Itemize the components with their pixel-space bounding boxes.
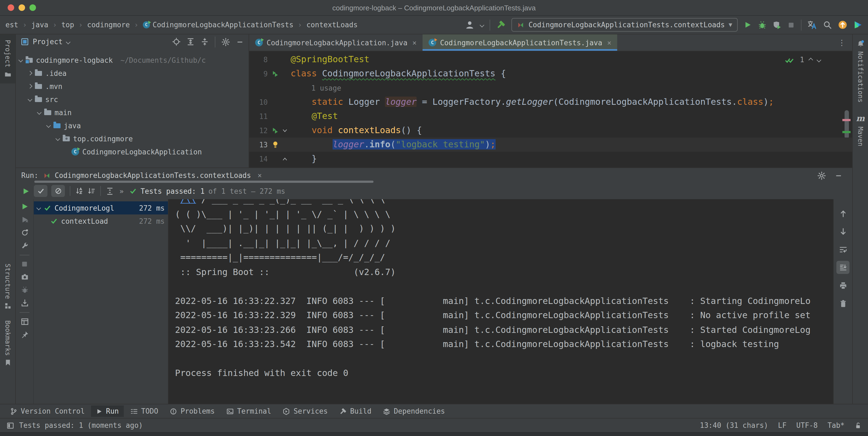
- next-occurrence-button[interactable]: [836, 225, 849, 238]
- project-tree-item[interactable]: main: [16, 106, 249, 119]
- close-run-tab-icon[interactable]: ×: [258, 171, 262, 179]
- show-passed-toggle[interactable]: [34, 185, 48, 197]
- tree-chevron-icon[interactable]: [56, 137, 60, 141]
- toggle-auto-test-button[interactable]: [21, 229, 29, 237]
- run-test-gutter-icon[interactable]: [270, 70, 281, 77]
- breadcrumb-item[interactable]: est: [5, 21, 18, 29]
- project-tree-item[interactable]: java: [16, 119, 249, 132]
- minimize-run-panel-button[interactable]: [835, 172, 842, 179]
- tool-window-button-run[interactable]: Run: [91, 405, 124, 417]
- fold-marker-icon[interactable]: [281, 156, 288, 162]
- tree-chevron-icon[interactable]: [28, 71, 32, 76]
- project-tree-item[interactable]: .idea: [16, 66, 249, 80]
- run-test-gutter-icon[interactable]: [270, 127, 281, 134]
- tree-chevron-icon[interactable]: [46, 123, 51, 128]
- usages-hint[interactable]: 1 usage: [311, 84, 341, 92]
- tree-chevron-icon[interactable]: [19, 58, 23, 62]
- chevrons-right-icon[interactable]: »: [119, 187, 124, 195]
- close-window-button[interactable]: [8, 4, 14, 11]
- expand-collapse-all-button[interactable]: [106, 187, 114, 195]
- test-tree-item[interactable]: CodingmoreLogl272 ms: [34, 201, 168, 214]
- status-message[interactable]: Tests passed: 1 (moments ago): [19, 421, 143, 430]
- breadcrumb-item[interactable]: top: [61, 21, 74, 29]
- code-line[interactable]: 13 logger.info("logback testing");: [249, 138, 852, 152]
- ide-update-button[interactable]: [838, 20, 847, 29]
- user-menu-chevron-icon[interactable]: [480, 23, 485, 27]
- rerun-button[interactable]: [21, 202, 29, 211]
- pin-tab-button[interactable]: [21, 331, 29, 339]
- test-tree-item[interactable]: contextLoad272 ms: [34, 214, 168, 228]
- tab-codingmore-logback-application[interactable]: C CodingmoreLogbackApplication.java ×: [249, 34, 423, 51]
- file-encoding[interactable]: UTF-8: [796, 421, 817, 430]
- code-line[interactable]: 8@SpringBootTest: [249, 52, 852, 66]
- project-options-gear-button[interactable]: [221, 37, 230, 46]
- translate-button[interactable]: [807, 20, 817, 29]
- stripe-structure-button[interactable]: Structure: [4, 258, 11, 315]
- close-tab-icon[interactable]: ×: [412, 38, 417, 47]
- project-tree-item[interactable]: .mvn: [16, 80, 249, 93]
- project-tree-item[interactable]: top.codingmore: [16, 132, 249, 145]
- code-line[interactable]: 10 static Logger logger = LoggerFactory.…: [249, 95, 852, 109]
- code-editor[interactable]: 1 8@SpringBootTest9class CodingmoreLogba…: [249, 51, 852, 168]
- tool-window-button-problems[interactable]: Problems: [165, 405, 219, 417]
- scroll-to-end-button[interactable]: [836, 261, 849, 274]
- project-panel-title[interactable]: Project: [33, 38, 63, 46]
- clear-all-button[interactable]: [836, 297, 849, 310]
- breadcrumb-item[interactable]: CCodingmoreLogbackApplicationTests: [143, 21, 293, 29]
- project-tree-item[interactable]: src: [16, 93, 249, 106]
- tab-codingmore-logback-application-tests[interactable]: C CodingmoreLogbackApplicationTests.java…: [423, 34, 617, 51]
- code-line[interactable]: 11 @Test: [249, 109, 852, 123]
- print-button[interactable]: [836, 279, 849, 292]
- tool-window-button-services[interactable]: Services: [278, 405, 333, 417]
- tab-options-icon[interactable]: ⋮: [832, 34, 852, 51]
- stripe-notifications-button[interactable]: Notifications: [856, 34, 864, 108]
- breadcrumb-item[interactable]: contextLoads: [306, 21, 358, 29]
- rerun-failed-tests-button[interactable]: [21, 215, 29, 224]
- project-view-chevron-icon[interactable]: [66, 39, 70, 44]
- stripe-bookmarks-button[interactable]: Bookmarks: [4, 315, 11, 371]
- sort-alphabetically-button[interactable]: [75, 187, 84, 195]
- rerun-tests-button[interactable]: [22, 187, 30, 195]
- project-tree-item[interactable]: CCodingmoreLogbackApplication: [16, 145, 249, 158]
- caret-position[interactable]: 13:40 (31 chars): [700, 421, 768, 430]
- project-tree-item[interactable]: codingmore-logback~/Documents/Github/c: [16, 54, 249, 66]
- breadcrumb-item[interactable]: java: [31, 21, 49, 29]
- build-project-button[interactable]: [496, 20, 506, 29]
- indent-style[interactable]: Tab*: [827, 421, 844, 430]
- stripe-maven-button[interactable]: m Maven: [856, 108, 865, 152]
- show-ignored-toggle[interactable]: [51, 185, 65, 197]
- stop-process-button[interactable]: [21, 260, 28, 268]
- minimize-window-button[interactable]: [19, 4, 25, 11]
- soft-wrap-button[interactable]: [836, 243, 849, 256]
- fold-marker-icon[interactable]: [281, 127, 288, 134]
- write-access-lock-icon[interactable]: [855, 422, 862, 429]
- zoom-window-button[interactable]: [29, 4, 36, 11]
- run-with-coverage-button[interactable]: [773, 21, 781, 29]
- tree-chevron-icon[interactable]: [36, 206, 41, 210]
- run-console[interactable]: /\\ / ___'_ __ _ _(_)_ __ __ _ \ \ \ \ (…: [168, 199, 833, 404]
- run-tab[interactable]: CodingmoreLogbackApplicationTests.contex…: [43, 171, 262, 179]
- restore-layout-button[interactable]: [21, 318, 29, 326]
- breadcrumb-item[interactable]: codingmore: [87, 21, 130, 29]
- attach-debugger-button[interactable]: [21, 286, 29, 294]
- tool-window-button-todo[interactable]: TODO: [125, 405, 163, 417]
- run-settings-gear-button[interactable]: [817, 171, 826, 180]
- collapse-all-button[interactable]: [200, 38, 209, 46]
- prev-occurrence-button[interactable]: [836, 207, 849, 220]
- debug-button[interactable]: [758, 21, 767, 29]
- code-with-me-button[interactable]: [853, 20, 863, 29]
- code-line[interactable]: 12 void contextLoads() {: [249, 123, 852, 138]
- tool-window-button-build[interactable]: Build: [334, 405, 376, 417]
- tool-window-button-dependencies[interactable]: Dependencies: [378, 405, 450, 417]
- line-separator[interactable]: LF: [778, 421, 786, 430]
- hide-panel-button[interactable]: [236, 38, 244, 46]
- code-line[interactable]: 1 usage: [249, 81, 852, 95]
- expand-all-button[interactable]: [186, 38, 195, 46]
- thread-dump-button[interactable]: [21, 273, 29, 281]
- user-menu-icon[interactable]: [465, 20, 475, 29]
- stop-button[interactable]: [787, 21, 795, 29]
- tool-window-button-version-control[interactable]: Version Control: [5, 405, 90, 417]
- run-configuration-select[interactable]: CodingmoreLogbackApplicationTests.contex…: [512, 18, 738, 32]
- tree-chevron-icon[interactable]: [28, 97, 32, 102]
- tree-chevron-icon[interactable]: [28, 84, 32, 89]
